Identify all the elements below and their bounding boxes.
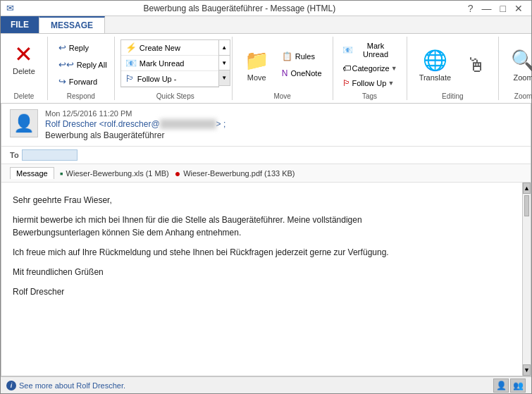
follow-up-label: Follow Up (352, 79, 387, 87)
ribbon-group-zoom: 🔍 Zoom Zoom (499, 37, 532, 100)
attachments-row: Message ▪ Wieser-Bewerbung.xls (1 MB) ● … (1, 164, 531, 183)
zoom-label: Zoom (514, 73, 532, 82)
email-body-wrapper: Sehr geehrte Frau Wieser, hiermit bewerb… (1, 183, 531, 376)
move-label: Move (247, 73, 266, 82)
forward-label: Forward (69, 78, 97, 86)
cursor-icon: 🖱 (466, 54, 486, 77)
ribbon-tabs: FILE MESSAGE (1, 16, 531, 33)
follow-up-flag-icon: 🏳 (342, 78, 351, 88)
mark-unread-btn[interactable]: 📧 Mark Unread (339, 39, 401, 61)
translate-button[interactable]: 🌐 Translate (413, 45, 457, 85)
email-date: Mon 12/5/2016 11:20 PM (45, 109, 522, 118)
editing-group-label: Editing (407, 92, 498, 100)
categorize-label: Categorize (352, 64, 390, 73)
status-left: i See more about Rolf Drescher. (6, 381, 125, 390)
quick-step-label-1: Create New (140, 44, 180, 52)
tab-file[interactable]: FILE (1, 16, 39, 33)
excel-icon: ▪ (60, 168, 63, 179)
forward-icon: ↪ (58, 76, 66, 87)
delete-button[interactable]: ✕ Delete (6, 39, 42, 79)
minimize-button[interactable]: — (479, 3, 495, 14)
body-line-3: hiermit bewerbe ich mich bei Ihnen für d… (13, 215, 362, 225)
lightning-icon: ⚡ (125, 42, 137, 53)
maximize-button[interactable]: □ (497, 3, 509, 14)
email-subject: Bewerbung als Baugeräteführer (45, 130, 522, 140)
status-info-text[interactable]: See more about Rolf Drescher. (19, 381, 125, 390)
window-controls: ? — □ ✕ (465, 3, 526, 14)
ribbon-group-delete: ✕ Delete Delete (1, 37, 48, 100)
attachment-excel-label: Wieser-Bewerbung.xls (1 MB) (66, 169, 169, 178)
follow-up-arrow: ▼ (388, 80, 394, 87)
zoom-button[interactable]: 🔍 Zoom (505, 45, 532, 85)
mark-unread-icon: 📧 (125, 58, 137, 68)
email-header: 👤 Mon 12/5/2016 11:20 PM Rolf Drescher <… (1, 104, 531, 147)
onenote-button[interactable]: N OneNote (277, 66, 327, 81)
quick-step-label-2: Mark Unread (140, 59, 185, 68)
body-line-1: Sehr geehrte Frau Wieser, (13, 194, 511, 207)
tags-group-label: Tags (333, 92, 407, 100)
vertical-scrollbar: ▲ ▼ (522, 183, 531, 376)
app-frame: ✉ Bewerbung als Baugeräteführer - Messag… (0, 0, 532, 394)
respond-group-label: Respond (48, 92, 114, 100)
reply-all-label: Reply All (77, 61, 107, 69)
more-steps-button[interactable]: ▼ (219, 70, 230, 85)
avatar-icon: 👤 (13, 113, 35, 133)
scroll-down-button[interactable]: ▼ (219, 56, 230, 71)
translate-label: Translate (419, 73, 451, 82)
attachment-pdf[interactable]: ● Wieser-Bewerbung.pdf (133 KB) (175, 168, 295, 179)
to-address[interactable] (22, 149, 78, 161)
quick-step-mark-unread[interactable]: 📧 Mark Unread (121, 56, 218, 71)
forward-button[interactable]: ↪ Forward (54, 73, 102, 90)
to-label: To (10, 151, 19, 159)
quick-step-follow-up[interactable]: 🏳 Follow Up - (121, 71, 218, 87)
body-line-2: hiermit bewerbe ich mich bei Ihnen für d… (13, 214, 511, 239)
zoom-group-label: Zoom (499, 92, 532, 100)
scroll-up-button[interactable]: ▲ (219, 40, 230, 56)
edit-button[interactable]: 🖱 (460, 50, 493, 80)
pdf-icon: ● (175, 168, 180, 179)
email-container: 👤 Mon 12/5/2016 11:20 PM Rolf Drescher <… (1, 103, 531, 376)
zoom-icon: 🔍 (511, 49, 532, 72)
reply-label: Reply (69, 44, 89, 52)
email-from: Rolf Drescher <rolf.drescher@ > ; (45, 119, 522, 129)
scroll-thumb[interactable] (524, 195, 529, 216)
title-bar-icon: ✉ (6, 3, 14, 13)
quick-steps-list: ⚡ Create New 📧 Mark Unread 🏳 Follow Up - (120, 39, 219, 87)
delete-group-label: Delete (1, 92, 47, 100)
follow-up-button[interactable]: 🏳 Follow Up ▼ (339, 76, 398, 90)
mark-unread-label: Mark Unread (354, 42, 397, 59)
message-tab[interactable]: Message (10, 167, 54, 179)
info-icon: i (6, 381, 16, 390)
ribbon-group-editing: 🌐 Translate 🖱 Editing (407, 37, 499, 100)
email-meta: Mon 12/5/2016 11:20 PM Rolf Drescher <ro… (45, 109, 522, 140)
translate-icon: 🌐 (423, 49, 447, 72)
status-person-btn-2[interactable]: 👥 (510, 378, 526, 393)
close-button[interactable]: ✕ (512, 3, 526, 14)
rules-button[interactable]: 📋 Rules (277, 49, 327, 64)
quick-steps-group-label: Quick Steps (117, 92, 234, 100)
email-body: Sehr geehrte Frau Wieser, hiermit bewerb… (1, 183, 522, 376)
reply-all-button[interactable]: ↩↩ Reply All (54, 56, 112, 73)
ribbon-content: ✕ Delete Delete ↩ Reply ↩↩ Reply All ↪ F (1, 33, 531, 103)
email-from-blurred (160, 119, 216, 129)
email-to-row: To (1, 147, 531, 164)
move-button[interactable]: 📁 Move (238, 45, 276, 85)
scroll-up-btn[interactable]: ▲ (523, 183, 531, 194)
categorize-button[interactable]: 🏷 Categorize ▼ (339, 61, 401, 75)
onenote-label: OneNote (290, 69, 321, 78)
avatar: 👤 (10, 109, 38, 137)
body-line-4: Bewerbungsunterlagen können Sie dem Anha… (13, 228, 241, 238)
quick-step-create-new[interactable]: ⚡ Create New (121, 40, 218, 56)
onenote-icon: N (282, 68, 288, 78)
body-line-5: Ich freue mich auf Ihre Rückmeldung und … (13, 246, 511, 259)
status-person-btn-1[interactable]: 👤 (493, 378, 509, 393)
scroll-down-btn[interactable]: ▼ (523, 364, 531, 376)
reply-button[interactable]: ↩ Reply (54, 39, 94, 56)
attachment-excel[interactable]: ▪ Wieser-Bewerbung.xls (1 MB) (60, 168, 169, 179)
ribbon-group-quicksteps: ⚡ Create New 📧 Mark Unread 🏳 Follow Up -… (115, 37, 233, 100)
help-button[interactable]: ? (465, 3, 476, 14)
status-bar: i See more about Rolf Drescher. 👤 👥 (1, 376, 531, 393)
tab-message[interactable]: MESSAGE (39, 16, 105, 33)
title-bar: ✉ Bewerbung als Baugeräteführer - Messag… (1, 1, 531, 16)
email-from-address: Rolf Drescher <rolf.drescher@ (45, 119, 160, 129)
